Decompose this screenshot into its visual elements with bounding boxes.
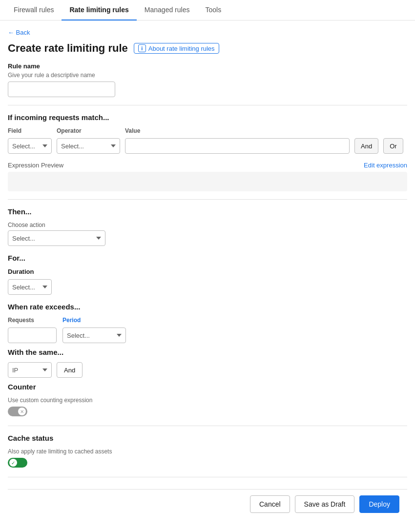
duration-select[interactable]: Select...	[8, 279, 52, 295]
rate-row: Requests Period Select...	[8, 317, 407, 343]
expression-preview-box	[8, 172, 407, 191]
and-button[interactable]: And	[354, 138, 378, 154]
cache-status-toggle-label[interactable]: ✓	[8, 458, 27, 468]
expression-preview-label: Expression Preview	[8, 162, 63, 169]
for-section: For... Duration Select...	[8, 254, 407, 295]
rate-heading: When rate exceeds...	[8, 303, 407, 311]
requests-label: Requests	[8, 317, 57, 324]
same-section: With the same... IP And	[8, 348, 407, 378]
bottom-bar: Cancel Save as Draft Deploy	[8, 489, 407, 519]
save-draft-button[interactable]: Save as Draft	[295, 495, 355, 513]
operator-group: Operator Select...	[57, 127, 120, 154]
rule-name-label: Rule name	[8, 62, 407, 70]
period-group: Period Select...	[62, 317, 126, 343]
cancel-button[interactable]: Cancel	[250, 495, 290, 513]
conditions-section: If incoming requests match... Field Sele…	[8, 113, 407, 191]
expression-preview-section: Expression Preview Edit expression	[8, 162, 407, 191]
value-group: Value	[125, 127, 350, 154]
main-content: ← Back Create rate limiting rule i About…	[0, 20, 415, 519]
field-group: Field Select...	[8, 127, 52, 154]
rate-section: When rate exceeds... Requests Period Sel…	[8, 303, 407, 343]
divider-2	[8, 199, 407, 200]
counter-toggle-label[interactable]: ✕	[8, 407, 27, 416]
same-and-button[interactable]: And	[57, 362, 83, 378]
counter-heading: Counter	[8, 383, 407, 391]
nav-tabs: Firewall rules Rate limiting rules Manag…	[0, 0, 415, 20]
same-heading: With the same...	[8, 348, 407, 356]
edit-expression-link[interactable]: Edit expression	[364, 162, 407, 169]
deploy-button[interactable]: Deploy	[359, 495, 399, 513]
condition-row: Field Select... Operator Select... Value…	[8, 127, 407, 154]
divider-1	[8, 105, 407, 105]
cache-status-toggle-slider: ✓	[8, 458, 27, 468]
cache-status-toggle-knob: ✓	[9, 459, 17, 467]
divider-4	[8, 477, 407, 477]
same-select[interactable]: IP	[8, 362, 52, 378]
counter-toggle-knob: ✕	[18, 408, 26, 415]
cache-status-section: Cache status Also apply rate limiting to…	[8, 434, 407, 469]
or-button[interactable]: Or	[383, 138, 403, 154]
duration-label: Duration	[8, 268, 407, 275]
requests-group: Requests	[8, 317, 57, 343]
expression-preview-header: Expression Preview Edit expression	[8, 162, 407, 169]
operator-select[interactable]: Select...	[57, 138, 120, 154]
rule-name-input[interactable]	[8, 82, 115, 97]
info-link-label: About rate limiting rules	[148, 45, 215, 52]
rule-name-hint: Give your rule a descriptive name	[8, 72, 407, 79]
page-title-row: Create rate limiting rule i About rate l…	[8, 42, 407, 55]
period-label: Period	[62, 317, 126, 324]
page-title: Create rate limiting rule	[8, 42, 128, 55]
tab-managed-rules[interactable]: Managed rules	[137, 0, 198, 20]
tab-tools[interactable]: Tools	[197, 0, 229, 20]
field-select[interactable]: Select...	[8, 138, 52, 154]
cache-status-toggle[interactable]: ✓	[8, 458, 27, 468]
cache-status-heading: Cache status	[8, 434, 407, 442]
cache-status-sub-label: Also apply rate limiting to cached asset…	[8, 448, 407, 455]
for-heading: For...	[8, 254, 407, 262]
same-row: IP And	[8, 362, 407, 378]
counter-section: Counter Use custom counting expression ✕	[8, 383, 407, 418]
then-heading: Then...	[8, 207, 407, 216]
info-icon: i	[138, 44, 146, 52]
conditions-heading: If incoming requests match...	[8, 113, 407, 122]
period-select[interactable]: Select...	[62, 327, 126, 343]
counter-toggle-slider: ✕	[8, 407, 27, 416]
divider-3	[8, 426, 407, 426]
rule-name-section: Rule name Give your rule a descriptive n…	[8, 62, 407, 97]
back-link[interactable]: ← Back	[8, 29, 30, 36]
counter-toggle[interactable]: ✕	[8, 407, 27, 416]
then-section: Then... Choose action Select...	[8, 207, 407, 246]
counter-sub-label: Use custom counting expression	[8, 397, 407, 404]
info-link[interactable]: i About rate limiting rules	[134, 43, 219, 54]
action-label: Choose action	[8, 222, 407, 228]
value-input[interactable]	[125, 138, 350, 154]
tab-rate-limiting-rules[interactable]: Rate limiting rules	[62, 0, 136, 20]
action-select[interactable]: Select...	[8, 230, 105, 246]
requests-input[interactable]	[8, 327, 57, 343]
field-label: Field	[8, 127, 52, 134]
operator-label: Operator	[57, 127, 120, 134]
tab-firewall-rules[interactable]: Firewall rules	[6, 0, 62, 20]
value-label: Value	[125, 127, 350, 134]
